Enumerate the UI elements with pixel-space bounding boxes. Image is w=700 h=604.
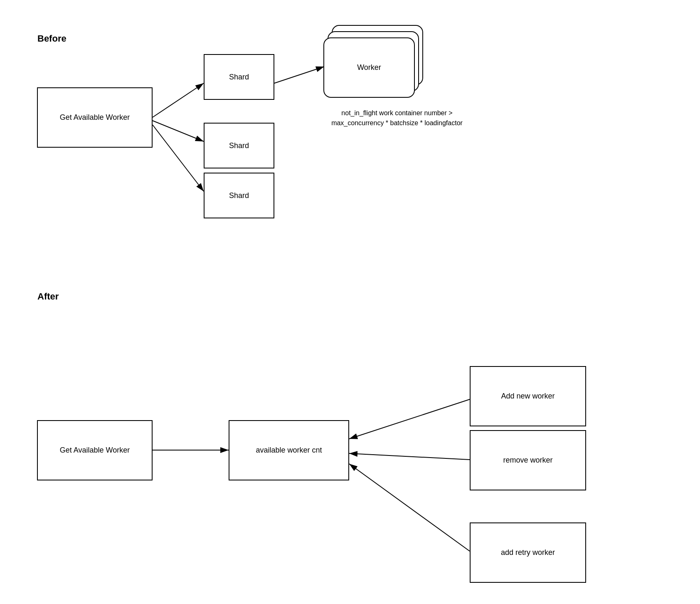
remove-worker-box: remove worker xyxy=(470,430,586,490)
before-label: Before xyxy=(37,33,67,44)
before-shard-2-box: Shard xyxy=(204,123,274,168)
svg-line-3 xyxy=(153,125,204,191)
svg-line-4 xyxy=(274,67,324,83)
svg-line-6 xyxy=(349,399,470,439)
svg-line-7 xyxy=(349,453,470,460)
svg-line-2 xyxy=(153,121,204,141)
add-new-worker-box: Add new worker xyxy=(470,366,586,426)
before-shard-3-box: Shard xyxy=(204,173,274,218)
svg-line-8 xyxy=(349,464,470,551)
after-label: After xyxy=(37,291,59,302)
before-shard-1-box: Shard xyxy=(204,54,274,100)
before-get-available-worker-box: Get Available Worker xyxy=(37,87,153,148)
add-retry-worker-box: add retry worker xyxy=(470,522,586,583)
worker-box: Worker xyxy=(323,37,415,98)
diagram-container: Before Get Available Worker Shard Shard … xyxy=(0,0,700,604)
available-worker-cnt-box: available worker cnt xyxy=(229,420,349,480)
after-get-available-worker-box: Get Available Worker xyxy=(37,420,153,480)
before-annotation: not_in_flight work container number > ma… xyxy=(324,108,470,128)
svg-line-1 xyxy=(153,83,204,117)
